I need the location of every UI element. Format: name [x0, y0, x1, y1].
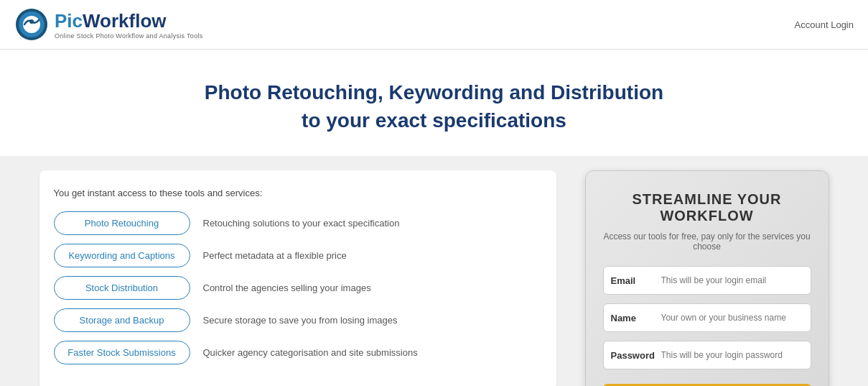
hero-title-line1: Photo Retouching, Keywording and Distrib… — [14, 78, 854, 106]
email-label: Email — [611, 275, 661, 286]
main-content: You get instant access to these tools an… — [18, 156, 851, 386]
password-label: Password — [611, 350, 661, 361]
svg-point-3 — [29, 19, 34, 24]
signup-subtitle: Access our tools for free, pay only for … — [603, 231, 811, 252]
service-row: Keywording and Captions Perfect metadata… — [54, 244, 542, 267]
hero-title: Photo Retouching, Keywording and Distrib… — [14, 78, 854, 134]
logo-brand: PicWorkflow — [55, 10, 203, 32]
storage-backup-desc: Secure storage to save you from losing i… — [203, 315, 542, 326]
photo-retouching-desc: Retouching solutions to your exact speci… — [203, 218, 542, 229]
password-input[interactable] — [661, 350, 803, 360]
service-row: Stock Distribution Control the agencies … — [54, 276, 542, 300]
password-field-container: Password — [603, 341, 811, 369]
logo-text: PicWorkflow Online Stock Photo Workflow … — [55, 10, 203, 40]
email-input[interactable] — [661, 275, 803, 285]
photo-retouching-button[interactable]: Photo Retouching — [54, 211, 190, 235]
left-panel: You get instant access to these tools an… — [39, 170, 556, 386]
header: PicWorkflow Online Stock Photo Workflow … — [0, 0, 868, 50]
name-label: Name — [611, 313, 661, 323]
logo-tagline: Online Stock Photo Workflow and Analysis… — [55, 32, 203, 40]
stock-distribution-desc: Control the agencies selling your images — [203, 282, 542, 293]
service-row: Photo Retouching Retouching solutions to… — [54, 211, 542, 235]
faster-submissions-desc: Quicker agency categorisation and site s… — [203, 347, 542, 358]
keywording-captions-button[interactable]: Keywording and Captions — [54, 244, 190, 267]
account-login-link[interactable]: Account Login — [795, 19, 854, 30]
name-field-container: Name — [603, 303, 811, 332]
signup-title: STREAMLINE YOUR WORKFLOW — [603, 191, 811, 224]
signup-panel: STREAMLINE YOUR WORKFLOW Access our tool… — [585, 170, 829, 386]
hero-title-line2: to your exact specifications — [14, 106, 854, 134]
service-row: Storage and Backup Secure storage to sav… — [54, 308, 542, 332]
storage-backup-button[interactable]: Storage and Backup — [54, 308, 190, 332]
hero-section: Photo Retouching, Keywording and Distrib… — [0, 50, 868, 156]
logo-icon — [14, 7, 49, 42]
keywording-captions-desc: Perfect metadata at a flexible price — [203, 250, 542, 261]
stock-distribution-button[interactable]: Stock Distribution — [54, 276, 190, 300]
email-field-container: Email — [603, 266, 811, 295]
faster-submissions-button[interactable]: Faster Stock Submissions — [54, 341, 190, 364]
logo: PicWorkflow Online Stock Photo Workflow … — [14, 7, 203, 42]
name-input[interactable] — [661, 313, 803, 323]
svg-point-2 — [23, 16, 40, 33]
intro-text: You get instant access to these tools an… — [54, 188, 542, 198]
service-row: Faster Stock Submissions Quicker agency … — [54, 341, 542, 364]
